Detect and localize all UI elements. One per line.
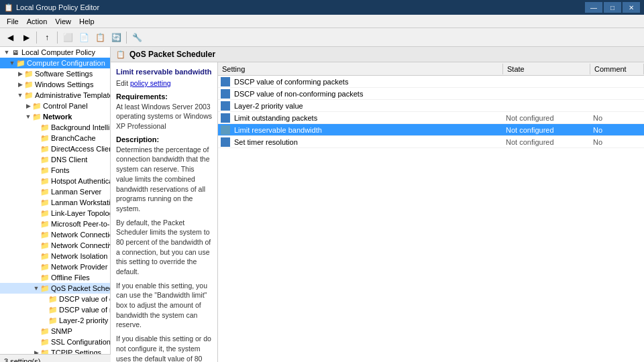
- tree-item-admin-templates[interactable]: ▼ 📁 Administrative Templates: [0, 90, 110, 101]
- comment-cell: No: [590, 138, 644, 146]
- state-cell: Not configured: [503, 114, 590, 122]
- policy-setting-link[interactable]: policy setting: [130, 79, 171, 87]
- menu-help[interactable]: Help: [75, 16, 99, 27]
- tree-item-dscp-nonconf[interactable]: 📁 DSCP value of no...: [0, 304, 110, 315]
- folder-icon: 📁: [40, 230, 50, 239]
- tree-label: Layer-2 priority v...: [59, 316, 111, 324]
- tree-label: Windows Settings: [35, 80, 93, 88]
- tree-item-fonts[interactable]: 📁 Fonts: [0, 165, 110, 176]
- tree-item-offline-files[interactable]: 📁 Offline Files: [0, 272, 110, 283]
- new-button[interactable]: 📄: [76, 30, 91, 45]
- menu-file[interactable]: File: [3, 16, 23, 27]
- folder-icon: 📁: [40, 176, 50, 186]
- setting-row-dscp-nonconforming[interactable]: DSCP value of non-conforming packets: [218, 88, 644, 100]
- setting-icon: [221, 137, 230, 147]
- tree-item-local-computer-policy[interactable]: ▼ 🖥 Local Computer Policy: [0, 47, 110, 58]
- folder-icon: 📁: [40, 337, 50, 347]
- description-text-3: If you enable this setting, you can use …: [116, 281, 212, 330]
- tree-label: DSCP value of no...: [59, 306, 111, 314]
- tree-item-computer-config[interactable]: ▼ 📁 Computer Configuration: [0, 58, 110, 68]
- forward-button[interactable]: ▶: [19, 30, 34, 45]
- tree-item-tcpip[interactable]: ▶ 📁 TCPIP Settings: [0, 347, 110, 354]
- folder-icon: 📁: [24, 90, 34, 100]
- minimize-button[interactable]: —: [585, 2, 602, 13]
- tree-item-dscp-conf[interactable]: 📁 DSCP value of c...: [0, 294, 110, 304]
- tree-item-lanman-workstation[interactable]: 📁 Lanman Workstation: [0, 197, 110, 208]
- tree-item-link-layer[interactable]: 📁 Link-Layer Topology...: [0, 208, 110, 219]
- toolbar-separator-2: [57, 32, 58, 44]
- folder-icon: 📁: [40, 251, 50, 261]
- state-cell: Not configured: [503, 138, 590, 146]
- folder-icon: 📁: [40, 219, 50, 229]
- right-header-title: QoS Packet Scheduler: [129, 50, 215, 59]
- folder-icon: 📁: [24, 69, 34, 78]
- folder-icon: 📁: [40, 198, 50, 207]
- tree-item-software[interactable]: ▶ 📁 Software Settings: [0, 68, 110, 79]
- tree-item-snmp[interactable]: 📁 SNMP: [0, 326, 110, 337]
- properties-button[interactable]: 📋: [93, 30, 107, 45]
- tree-label: SNMP: [51, 327, 72, 335]
- up-button[interactable]: ↑: [40, 30, 54, 45]
- title-bar: 📋 Local Group Policy Editor — □ ✕: [0, 0, 644, 15]
- tree-item-windows-settings[interactable]: ▶ 📁 Windows Settings: [0, 79, 110, 90]
- menu-action[interactable]: Action: [23, 16, 52, 27]
- tree-item-control-panel[interactable]: ▶ 📁 Control Panel: [0, 101, 110, 111]
- menu-view[interactable]: View: [51, 16, 75, 27]
- close-button[interactable]: ✕: [623, 2, 640, 13]
- settings-pane: Setting State Comment DSCP value of conf…: [218, 62, 644, 362]
- tree-label: Lanman Server: [51, 188, 101, 196]
- setting-row-dscp-conforming[interactable]: DSCP value of conforming packets: [218, 76, 644, 88]
- tree-item-lanman-server[interactable]: 📁 Lanman Server: [0, 186, 110, 197]
- tree-item-branchcache[interactable]: 📁 BranchCache: [0, 133, 110, 143]
- folder-icon: 📁: [48, 316, 58, 325]
- setting-name: DSCP value of conforming packets: [233, 78, 503, 86]
- col-header-setting: Setting: [218, 64, 503, 74]
- folder-icon: 📁: [40, 273, 50, 282]
- col-header-comment: Comment: [590, 64, 644, 74]
- tree-label: Network Connectivity...: [51, 241, 111, 249]
- tree-item-ms-peer[interactable]: 📁 Microsoft Peer-to-P...: [0, 219, 110, 229]
- show-hide-button[interactable]: ⬜: [60, 30, 75, 45]
- tree-item-net-provider[interactable]: 📁 Network Provider: [0, 261, 110, 272]
- tree-item-layer2[interactable]: 📁 Layer-2 priority v...: [0, 315, 110, 326]
- back-button[interactable]: ◀: [3, 30, 17, 45]
- expand-icon: ▼: [32, 285, 40, 292]
- expand-icon: ▼: [3, 49, 11, 56]
- tree-item-net-connections[interactable]: 📁 Network Connection...: [0, 229, 110, 240]
- maximize-button[interactable]: □: [604, 2, 621, 13]
- folder-icon: 📁: [40, 166, 50, 175]
- setting-row-limit-reservable[interactable]: Limit reservable bandwidth Not configure…: [218, 124, 644, 136]
- tree-item-qos[interactable]: ▼ 📁 QoS Packet Schedul...: [0, 283, 110, 294]
- tree-item-background[interactable]: 📁 Background Intellig...: [0, 122, 110, 133]
- folder-icon: 📁: [40, 144, 50, 154]
- tree-label: Fonts: [51, 166, 70, 174]
- filter-button[interactable]: 🔧: [129, 30, 144, 45]
- folder-icon: 📁: [40, 123, 50, 132]
- tree-item-hotspot[interactable]: 📁 Hotspot Authenticat...: [0, 176, 110, 186]
- title-bar-controls: — □ ✕: [585, 2, 640, 13]
- setting-row-layer2[interactable]: Layer-2 priority value: [218, 100, 644, 112]
- tree-item-ssl[interactable]: 📁 SSL Configuration S...: [0, 337, 110, 347]
- setting-row-set-timer[interactable]: Set timer resolution Not configured No: [218, 136, 644, 148]
- desc-pane: Limit reservable bandwidth Edit policy s…: [111, 62, 218, 362]
- refresh-button[interactable]: 🔄: [109, 30, 123, 45]
- folder-icon: 📁: [40, 241, 50, 250]
- tree-item-dns[interactable]: 📁 DNS Client: [0, 154, 110, 165]
- tree-label: Control Panel: [43, 102, 88, 110]
- tree-label: TCPIP Settings: [51, 349, 101, 354]
- state-cell: Not configured: [503, 126, 590, 134]
- tree-label: BranchCache: [51, 134, 96, 142]
- tree-label: Network Provider: [51, 263, 107, 271]
- tree-label: Lanman Workstation: [51, 198, 111, 206]
- tree-label: SSL Configuration S...: [51, 338, 111, 346]
- comment-cell: No: [590, 114, 644, 122]
- desc-heading: Limit reservable bandwidth: [116, 68, 212, 76]
- right-panel: 📋 QoS Packet Scheduler Limit reservable …: [111, 47, 644, 354]
- tree-item-network[interactable]: ▼ 📁 Network: [0, 111, 110, 122]
- title-bar-icon: 📋: [4, 3, 13, 12]
- tree-item-net-isolation[interactable]: 📁 Network Isolation: [0, 251, 110, 261]
- setting-row-limit-outstanding[interactable]: Limit outstanding packets Not configured…: [218, 112, 644, 124]
- folder-icon: 📁: [48, 305, 58, 314]
- tree-item-directaccess[interactable]: 📁 DirectAccess Client I...: [0, 143, 110, 154]
- tree-item-net-connectivity[interactable]: 📁 Network Connectivity...: [0, 240, 110, 251]
